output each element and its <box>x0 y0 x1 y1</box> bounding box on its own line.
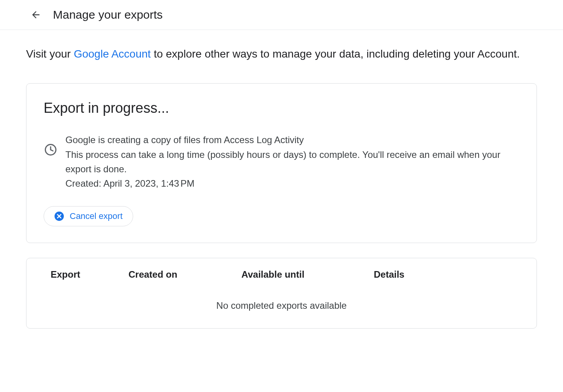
back-arrow-icon[interactable] <box>28 7 44 23</box>
status-text: Google is creating a copy of files from … <box>65 133 519 191</box>
cancel-export-button[interactable]: Cancel export <box>44 206 133 226</box>
export-progress-card: Export in progress... Google is creating… <box>26 83 537 243</box>
exports-table-card: Export Created on Available until Detail… <box>26 258 537 329</box>
status-row: Google is creating a copy of files from … <box>44 133 519 191</box>
intro-prefix: Visit your <box>26 48 74 60</box>
intro-suffix: to explore other ways to manage your dat… <box>151 48 520 60</box>
status-line-2: This process can take a long time (possi… <box>65 147 519 176</box>
status-created: Created: April 3, 2023, 1:43 PM <box>65 176 519 191</box>
col-header-available-until: Available until <box>241 269 374 280</box>
google-account-link[interactable]: Google Account <box>74 48 151 60</box>
cancel-circle-icon <box>54 211 64 221</box>
exports-table-empty: No completed exports available <box>26 291 537 328</box>
intro-paragraph: Visit your Google Account to explore oth… <box>26 46 537 62</box>
page-header: Manage your exports <box>0 0 563 30</box>
page-title: Manage your exports <box>53 8 163 21</box>
col-header-created-on: Created on <box>128 269 241 280</box>
main-content: Visit your Google Account to explore oth… <box>0 30 563 329</box>
status-line-1: Google is creating a copy of files from … <box>65 133 519 147</box>
clock-icon <box>44 143 58 158</box>
exports-table-header: Export Created on Available until Detail… <box>26 258 537 291</box>
cancel-export-label: Cancel export <box>70 211 123 221</box>
col-header-export: Export <box>51 269 128 280</box>
progress-card-title: Export in progress... <box>44 100 519 116</box>
col-header-details: Details <box>374 269 512 280</box>
